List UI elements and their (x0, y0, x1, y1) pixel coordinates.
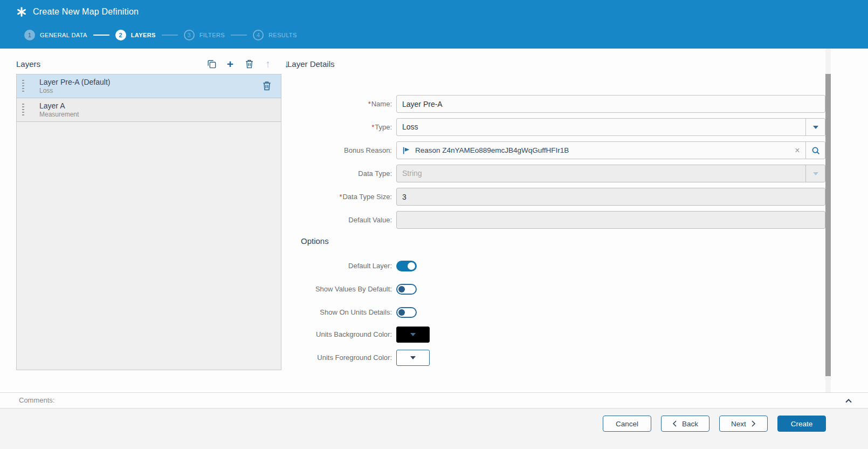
step-results[interactable]: 4 RESULTS (253, 30, 297, 40)
dialog-header: Create New Map Definition 1 GENERAL DATA… (0, 0, 868, 49)
step-circle: 4 (253, 30, 264, 40)
default-layer-label: Default Layer: (287, 261, 396, 271)
comments-bar: Comments: (0, 392, 868, 409)
bonus-reason-field-row: Bonus Reason: Reason Z4nYAMEo889emcJB4gW… (287, 141, 825, 159)
layer-type: Measurement (39, 111, 281, 119)
options-section-title: Options (301, 236, 329, 246)
duplicate-layer-icon[interactable] (205, 57, 217, 71)
step-circle: 1 (24, 30, 35, 40)
drag-handle-icon[interactable] (22, 80, 24, 93)
chevron-up-icon[interactable] (844, 396, 854, 406)
data-type-dropdown: String (396, 165, 825, 182)
units-background-color-picker[interactable] (396, 326, 430, 343)
dialog-footer: Cancel Back Next Create (0, 409, 868, 449)
layer-type: Loss (39, 87, 281, 95)
default-layer-row: Default Layer: (287, 261, 430, 271)
data-type-size-field-row: *Data Type Size: (287, 188, 825, 206)
default-layer-toggle[interactable] (396, 261, 417, 271)
wizard-stepper: 1 GENERAL DATA 2 LAYERS 3 FILTERS 4 RESU… (24, 30, 297, 40)
chevron-down-icon (805, 165, 825, 182)
step-circle: 2 (115, 30, 126, 40)
create-button[interactable]: Create (777, 416, 826, 432)
name-field-row: *Name: (287, 95, 825, 113)
clear-icon[interactable]: × (789, 146, 805, 155)
scrollbar-thumb[interactable] (825, 74, 831, 376)
show-values-by-default-toggle[interactable] (396, 284, 417, 295)
step-connector (162, 35, 178, 36)
show-on-units-details-row: Show On Units Details: (287, 307, 430, 318)
next-button[interactable]: Next (719, 416, 768, 432)
units-foreground-color-picker[interactable] (396, 350, 430, 366)
units-foreground-color-row: Units Foreground Color: (287, 350, 430, 366)
step-label: LAYERS (131, 32, 156, 38)
flag-icon (397, 146, 413, 155)
layer-details-form: *Name: *Type: Loss Bonus Reason: (287, 95, 825, 234)
vertical-scrollbar[interactable] (825, 49, 831, 392)
step-layers[interactable]: 2 LAYERS (115, 30, 156, 40)
data-type-label: Data Type: (287, 165, 396, 182)
data-type-value: String (397, 165, 805, 182)
layers-list: Layer Pre-A (Default) Loss Layer A Measu… (16, 74, 281, 370)
layer-details-title: Layer Details (287, 59, 335, 69)
layer-list-item[interactable]: Layer Pre-A (Default) Loss (17, 74, 281, 98)
move-layer-up-icon[interactable]: ↑ (262, 57, 274, 71)
step-connector (93, 35, 109, 36)
step-connector (231, 35, 247, 36)
type-value: Loss (397, 119, 805, 135)
bonus-reason-lookup[interactable]: Reason Z4nYAMEo889emcJB4gWqGuffHFIr1B × (396, 141, 825, 159)
step-label: GENERAL DATA (40, 32, 87, 38)
options-section: Default Layer: Show Values By Default: S… (287, 261, 430, 373)
name-input[interactable] (397, 96, 825, 112)
toggle-knob (408, 262, 415, 270)
toggle-knob (398, 286, 405, 292)
layers-toolbar: + ↑ ↓ (205, 57, 293, 71)
toggle-knob (398, 309, 405, 316)
data-type-size-input[interactable] (397, 188, 825, 205)
required-marker: * (339, 193, 342, 201)
chevron-right-icon (751, 420, 756, 427)
comments-label: Comments: (19, 393, 54, 408)
show-values-by-default-row: Show Values By Default: (287, 284, 430, 295)
layer-name: Layer A (39, 101, 281, 111)
step-label: RESULTS (268, 32, 297, 38)
asterisk-icon (16, 6, 27, 17)
cancel-button[interactable]: Cancel (603, 416, 651, 432)
layer-name: Layer Pre-A (Default) (39, 77, 281, 87)
layers-panel-title: Layers (16, 59, 40, 69)
step-filters[interactable]: 3 FILTERS (184, 30, 225, 40)
type-field-row: *Type: Loss (287, 118, 825, 136)
units-background-color-row: Units Background Color: (287, 326, 430, 343)
show-on-units-details-toggle[interactable] (396, 307, 417, 318)
units-background-color-label: Units Background Color: (287, 326, 396, 343)
step-circle: 3 (184, 30, 195, 40)
layer-list-item[interactable]: Layer A Measurement (17, 98, 281, 122)
delete-layer-row-icon[interactable] (261, 80, 273, 92)
dialog-title: Create New Map Definition (33, 7, 139, 17)
back-button[interactable]: Back (661, 416, 709, 432)
data-type-field-row: Data Type: String (287, 165, 825, 182)
add-layer-icon[interactable]: + (224, 57, 236, 71)
show-values-by-default-label: Show Values By Default: (287, 284, 396, 295)
required-marker: * (371, 123, 374, 131)
default-value-field-row: Default Value: (287, 211, 825, 229)
step-general-data[interactable]: 1 GENERAL DATA (24, 30, 87, 40)
default-value-input[interactable] (397, 212, 825, 228)
chevron-down-icon[interactable] (805, 119, 825, 135)
data-type-size-label: *Data Type Size: (287, 188, 396, 206)
delete-layer-icon[interactable] (243, 57, 255, 71)
type-label: *Type: (287, 118, 396, 136)
create-map-definition-dialog: Create New Map Definition 1 GENERAL DATA… (0, 0, 868, 449)
units-foreground-color-label: Units Foreground Color: (287, 350, 396, 366)
chevron-down-icon (410, 356, 416, 359)
required-marker: * (368, 100, 371, 108)
step-label: FILTERS (199, 32, 225, 38)
chevron-down-icon (410, 333, 416, 336)
bonus-reason-label: Bonus Reason: (287, 141, 396, 159)
name-label: *Name: (287, 95, 396, 113)
drag-handle-icon[interactable] (22, 104, 24, 117)
bonus-reason-value: Reason Z4nYAMEo889emcJB4gWqGuffHFIr1B (413, 146, 789, 154)
type-dropdown[interactable]: Loss (396, 118, 825, 136)
search-icon[interactable] (805, 142, 825, 159)
default-value-label: Default Value: (287, 211, 396, 229)
show-on-units-details-label: Show On Units Details: (287, 307, 396, 318)
